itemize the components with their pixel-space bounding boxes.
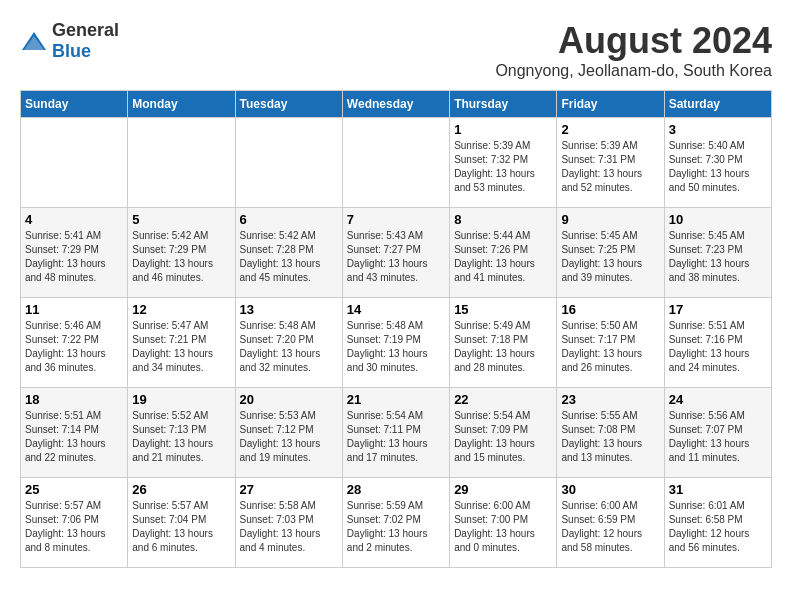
calendar-cell: 12Sunrise: 5:47 AM Sunset: 7:21 PM Dayli… xyxy=(128,298,235,388)
title-section: August 2024 Ongnyong, Jeollanam-do, Sout… xyxy=(495,20,772,80)
day-info: Sunrise: 5:58 AM Sunset: 7:03 PM Dayligh… xyxy=(240,499,338,555)
day-info: Sunrise: 5:52 AM Sunset: 7:13 PM Dayligh… xyxy=(132,409,230,465)
day-info: Sunrise: 5:50 AM Sunset: 7:17 PM Dayligh… xyxy=(561,319,659,375)
weekday-header-saturday: Saturday xyxy=(664,91,771,118)
day-number: 10 xyxy=(669,212,767,227)
calendar-cell: 26Sunrise: 5:57 AM Sunset: 7:04 PM Dayli… xyxy=(128,478,235,568)
calendar-cell: 18Sunrise: 5:51 AM Sunset: 7:14 PM Dayli… xyxy=(21,388,128,478)
day-number: 8 xyxy=(454,212,552,227)
calendar-cell: 29Sunrise: 6:00 AM Sunset: 7:00 PM Dayli… xyxy=(450,478,557,568)
calendar-cell: 28Sunrise: 5:59 AM Sunset: 7:02 PM Dayli… xyxy=(342,478,449,568)
day-info: Sunrise: 5:39 AM Sunset: 7:32 PM Dayligh… xyxy=(454,139,552,195)
day-number: 27 xyxy=(240,482,338,497)
weekday-header-wednesday: Wednesday xyxy=(342,91,449,118)
day-info: Sunrise: 5:42 AM Sunset: 7:28 PM Dayligh… xyxy=(240,229,338,285)
day-number: 31 xyxy=(669,482,767,497)
day-info: Sunrise: 5:54 AM Sunset: 7:09 PM Dayligh… xyxy=(454,409,552,465)
calendar-table: SundayMondayTuesdayWednesdayThursdayFrid… xyxy=(20,90,772,568)
day-number: 4 xyxy=(25,212,123,227)
day-info: Sunrise: 5:51 AM Sunset: 7:16 PM Dayligh… xyxy=(669,319,767,375)
calendar-week-row: 25Sunrise: 5:57 AM Sunset: 7:06 PM Dayli… xyxy=(21,478,772,568)
logo: General Blue xyxy=(20,20,119,62)
calendar-cell: 22Sunrise: 5:54 AM Sunset: 7:09 PM Dayli… xyxy=(450,388,557,478)
weekday-header-thursday: Thursday xyxy=(450,91,557,118)
calendar-cell: 30Sunrise: 6:00 AM Sunset: 6:59 PM Dayli… xyxy=(557,478,664,568)
calendar-cell: 2Sunrise: 5:39 AM Sunset: 7:31 PM Daylig… xyxy=(557,118,664,208)
calendar-cell: 21Sunrise: 5:54 AM Sunset: 7:11 PM Dayli… xyxy=(342,388,449,478)
day-number: 11 xyxy=(25,302,123,317)
calendar-cell: 1Sunrise: 5:39 AM Sunset: 7:32 PM Daylig… xyxy=(450,118,557,208)
calendar-cell: 5Sunrise: 5:42 AM Sunset: 7:29 PM Daylig… xyxy=(128,208,235,298)
calendar-cell: 23Sunrise: 5:55 AM Sunset: 7:08 PM Dayli… xyxy=(557,388,664,478)
day-number: 13 xyxy=(240,302,338,317)
day-info: Sunrise: 5:46 AM Sunset: 7:22 PM Dayligh… xyxy=(25,319,123,375)
calendar-cell: 27Sunrise: 5:58 AM Sunset: 7:03 PM Dayli… xyxy=(235,478,342,568)
calendar-cell: 11Sunrise: 5:46 AM Sunset: 7:22 PM Dayli… xyxy=(21,298,128,388)
day-info: Sunrise: 5:53 AM Sunset: 7:12 PM Dayligh… xyxy=(240,409,338,465)
day-number: 1 xyxy=(454,122,552,137)
calendar-cell: 4Sunrise: 5:41 AM Sunset: 7:29 PM Daylig… xyxy=(21,208,128,298)
weekday-header-tuesday: Tuesday xyxy=(235,91,342,118)
calendar-cell: 14Sunrise: 5:48 AM Sunset: 7:19 PM Dayli… xyxy=(342,298,449,388)
logo-general: General xyxy=(52,20,119,40)
day-info: Sunrise: 5:45 AM Sunset: 7:25 PM Dayligh… xyxy=(561,229,659,285)
day-number: 22 xyxy=(454,392,552,407)
day-info: Sunrise: 6:01 AM Sunset: 6:58 PM Dayligh… xyxy=(669,499,767,555)
calendar-cell xyxy=(235,118,342,208)
day-number: 15 xyxy=(454,302,552,317)
day-number: 30 xyxy=(561,482,659,497)
day-info: Sunrise: 5:54 AM Sunset: 7:11 PM Dayligh… xyxy=(347,409,445,465)
subtitle: Ongnyong, Jeollanam-do, South Korea xyxy=(495,62,772,80)
calendar-week-row: 11Sunrise: 5:46 AM Sunset: 7:22 PM Dayli… xyxy=(21,298,772,388)
day-number: 16 xyxy=(561,302,659,317)
day-number: 7 xyxy=(347,212,445,227)
calendar-cell: 15Sunrise: 5:49 AM Sunset: 7:18 PM Dayli… xyxy=(450,298,557,388)
day-number: 28 xyxy=(347,482,445,497)
calendar-cell xyxy=(21,118,128,208)
calendar-cell: 25Sunrise: 5:57 AM Sunset: 7:06 PM Dayli… xyxy=(21,478,128,568)
day-number: 5 xyxy=(132,212,230,227)
day-info: Sunrise: 5:39 AM Sunset: 7:31 PM Dayligh… xyxy=(561,139,659,195)
calendar-cell: 10Sunrise: 5:45 AM Sunset: 7:23 PM Dayli… xyxy=(664,208,771,298)
day-number: 17 xyxy=(669,302,767,317)
day-number: 24 xyxy=(669,392,767,407)
day-number: 2 xyxy=(561,122,659,137)
calendar-week-row: 18Sunrise: 5:51 AM Sunset: 7:14 PM Dayli… xyxy=(21,388,772,478)
day-number: 26 xyxy=(132,482,230,497)
day-info: Sunrise: 5:41 AM Sunset: 7:29 PM Dayligh… xyxy=(25,229,123,285)
day-info: Sunrise: 5:56 AM Sunset: 7:07 PM Dayligh… xyxy=(669,409,767,465)
day-number: 9 xyxy=(561,212,659,227)
main-title: August 2024 xyxy=(495,20,772,62)
day-number: 19 xyxy=(132,392,230,407)
day-info: Sunrise: 5:57 AM Sunset: 7:04 PM Dayligh… xyxy=(132,499,230,555)
calendar-week-row: 1Sunrise: 5:39 AM Sunset: 7:32 PM Daylig… xyxy=(21,118,772,208)
weekday-header-monday: Monday xyxy=(128,91,235,118)
day-info: Sunrise: 5:48 AM Sunset: 7:19 PM Dayligh… xyxy=(347,319,445,375)
day-info: Sunrise: 5:42 AM Sunset: 7:29 PM Dayligh… xyxy=(132,229,230,285)
weekday-header-sunday: Sunday xyxy=(21,91,128,118)
day-number: 12 xyxy=(132,302,230,317)
calendar-cell: 3Sunrise: 5:40 AM Sunset: 7:30 PM Daylig… xyxy=(664,118,771,208)
day-info: Sunrise: 5:45 AM Sunset: 7:23 PM Dayligh… xyxy=(669,229,767,285)
calendar-cell: 24Sunrise: 5:56 AM Sunset: 7:07 PM Dayli… xyxy=(664,388,771,478)
day-info: Sunrise: 5:51 AM Sunset: 7:14 PM Dayligh… xyxy=(25,409,123,465)
day-number: 3 xyxy=(669,122,767,137)
day-number: 18 xyxy=(25,392,123,407)
day-info: Sunrise: 5:44 AM Sunset: 7:26 PM Dayligh… xyxy=(454,229,552,285)
header: General Blue August 2024 Ongnyong, Jeoll… xyxy=(20,20,772,80)
calendar-cell: 9Sunrise: 5:45 AM Sunset: 7:25 PM Daylig… xyxy=(557,208,664,298)
day-info: Sunrise: 6:00 AM Sunset: 6:59 PM Dayligh… xyxy=(561,499,659,555)
day-info: Sunrise: 5:57 AM Sunset: 7:06 PM Dayligh… xyxy=(25,499,123,555)
calendar-cell xyxy=(128,118,235,208)
calendar-cell: 16Sunrise: 5:50 AM Sunset: 7:17 PM Dayli… xyxy=(557,298,664,388)
day-info: Sunrise: 5:47 AM Sunset: 7:21 PM Dayligh… xyxy=(132,319,230,375)
day-number: 20 xyxy=(240,392,338,407)
calendar-cell: 8Sunrise: 5:44 AM Sunset: 7:26 PM Daylig… xyxy=(450,208,557,298)
day-number: 21 xyxy=(347,392,445,407)
weekday-header-friday: Friday xyxy=(557,91,664,118)
day-info: Sunrise: 5:49 AM Sunset: 7:18 PM Dayligh… xyxy=(454,319,552,375)
calendar-week-row: 4Sunrise: 5:41 AM Sunset: 7:29 PM Daylig… xyxy=(21,208,772,298)
day-info: Sunrise: 5:59 AM Sunset: 7:02 PM Dayligh… xyxy=(347,499,445,555)
logo-icon xyxy=(20,30,48,52)
calendar-cell: 13Sunrise: 5:48 AM Sunset: 7:20 PM Dayli… xyxy=(235,298,342,388)
